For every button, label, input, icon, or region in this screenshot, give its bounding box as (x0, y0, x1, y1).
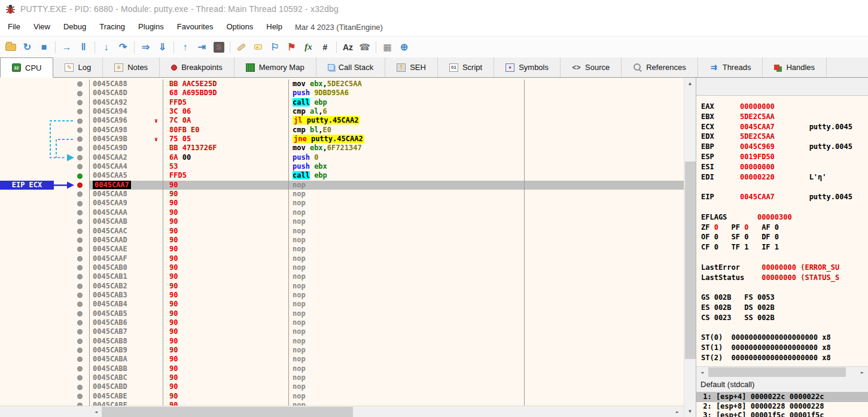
gutter-dot[interactable] (77, 293, 83, 298)
gutter-dot[interactable] (77, 146, 83, 151)
disasm-row[interactable]: 0045CAB390nop (0, 291, 684, 300)
calculator-icon[interactable]: ▦ (379, 39, 395, 55)
menu-file[interactable]: File (1, 18, 27, 36)
gutter-dot[interactable] (77, 118, 83, 124)
gutter-dot[interactable] (77, 284, 83, 289)
breakpoint-gutter[interactable] (71, 382, 90, 391)
gutter-dot[interactable] (77, 201, 83, 206)
run-icon[interactable]: → (59, 39, 75, 55)
breakpoint-gutter[interactable] (71, 153, 90, 162)
breakpoint-gutter[interactable] (71, 236, 90, 245)
gutter-dot[interactable] (77, 109, 83, 114)
tab-threads[interactable]: ⇉Threads (698, 57, 763, 77)
scroll-thumb[interactable] (685, 162, 696, 359)
disasm-row[interactable]: 0045CA9B∨75 05jne putty.45CAA2 (0, 135, 684, 144)
tab-source[interactable]: <>Source (561, 57, 622, 77)
gutter-dot[interactable] (77, 91, 83, 96)
menu-debug[interactable]: Debug (57, 18, 93, 36)
register-line[interactable]: LastStatus 00000000 (STATUS_S (701, 273, 868, 283)
run-to-user-code-icon[interactable]: ⇒ (138, 39, 154, 55)
register-line[interactable]: EDX 5DE2C5AA (701, 132, 868, 142)
tab-seh[interactable]: !SEH (385, 57, 438, 77)
breakpoint-gutter[interactable] (71, 272, 90, 281)
breakpoint-gutter[interactable] (71, 227, 90, 236)
step-out-icon[interactable]: ↑ (177, 39, 193, 55)
disasm-row[interactable]: 0045CAA890nop (0, 190, 684, 199)
disasm-row[interactable]: 0045CAAA90nop (0, 208, 684, 217)
disasm-row[interactable]: 0045CABB90nop (0, 364, 684, 373)
disasm-row[interactable]: 0045CAAC90nop (0, 227, 684, 236)
breakpoint-gutter[interactable] (71, 208, 90, 217)
breakpoint-gutter[interactable] (71, 126, 90, 135)
disasm-row[interactable]: 0045CAA990nop (0, 199, 684, 208)
disasm-row[interactable]: 0045CAAE90nop (0, 245, 684, 254)
gutter-dot[interactable] (77, 385, 83, 390)
gutter-dot[interactable] (77, 229, 83, 234)
register-line[interactable]: ZF 0 PF 0 AF 0 (701, 223, 868, 233)
breakpoint-gutter[interactable] (71, 291, 90, 300)
breakpoint-gutter[interactable] (71, 199, 90, 208)
gutter-dot[interactable] (77, 366, 83, 372)
scroll-left-button[interactable]: ◄ (91, 407, 101, 417)
stop-debugging-icon[interactable]: ■ (36, 39, 52, 55)
disasm-row[interactable]: 0045CAB090nop (0, 263, 684, 272)
globe-icon[interactable]: ⊕ (396, 39, 412, 55)
register-line[interactable]: OF 0 SF 0 DF 0 (701, 232, 868, 242)
scroll-up-button[interactable]: ▲ (685, 78, 695, 89)
tab-memory-map[interactable]: Memory Map (234, 57, 316, 77)
argument-row[interactable]: 3: [esp+C] 00001f5c 00001f5c (696, 411, 868, 417)
gutter-dot[interactable] (77, 81, 83, 87)
menu-tracing[interactable]: Tracing (93, 18, 132, 36)
register-line[interactable]: ES 002B DS 002B (701, 303, 868, 313)
breakpoint-gutter[interactable] (71, 282, 90, 291)
breakpoint-gutter[interactable] (71, 318, 90, 327)
register-line[interactable]: EDI 00000220 L'η' (701, 172, 868, 182)
breakpoint-gutter[interactable] (71, 171, 90, 180)
disasm-row[interactable]: 0045CAB590nop (0, 309, 684, 318)
disasm-row[interactable]: 0045CABF90nop (0, 401, 684, 406)
menu-view[interactable]: View (27, 18, 57, 36)
functions-icon[interactable]: fx (300, 39, 316, 55)
gutter-dot[interactable] (77, 320, 83, 325)
gutter-dot[interactable] (77, 329, 83, 334)
breakpoint-gutter[interactable] (71, 364, 90, 373)
disasm-row[interactable]: 0045CAA790nop (0, 181, 684, 190)
tab-references[interactable]: References (622, 57, 698, 77)
disasm-row[interactable]: 0045CA9880FB E0cmp bl,E0 (0, 126, 684, 135)
breakpoint-gutter[interactable] (71, 181, 90, 190)
tab-script[interactable]: 01Script (438, 57, 494, 77)
register-line[interactable]: EBP 0045C969 putty.0045 (701, 142, 868, 152)
disasm-vertical-scrollbar[interactable]: ▲ ▼ (684, 78, 696, 417)
breakpoint-gutter[interactable] (71, 346, 90, 355)
execute-till-return-icon[interactable]: ⇓ (154, 39, 170, 55)
breakpoint-gutter[interactable] (71, 254, 90, 263)
softbp-dot[interactable] (77, 174, 83, 179)
breakpoint-gutter[interactable] (71, 263, 90, 272)
breakpoint-gutter[interactable] (71, 162, 90, 171)
breakpoint-gutter[interactable] (71, 135, 90, 144)
tab-call-stack[interactable]: Call Stack (316, 57, 386, 77)
register-line[interactable]: ST(2) 00000000000000000000 x8 (701, 353, 868, 363)
breakpoint-gutter[interactable] (71, 80, 90, 89)
gutter-dot[interactable] (77, 348, 83, 353)
breakpoint-gutter[interactable] (71, 107, 90, 116)
gutter-dot[interactable] (77, 256, 83, 261)
disasm-row[interactable]: 0045CAAB90nop (0, 217, 684, 226)
breakpoint-gutter[interactable] (71, 89, 90, 98)
patches-icon[interactable] (233, 39, 249, 55)
menu-favourites[interactable]: Favourites (170, 18, 220, 36)
gutter-dot[interactable] (77, 155, 83, 160)
disasm-row[interactable]: 0045CAB490nop (0, 300, 684, 309)
breakpoint-gutter[interactable] (71, 116, 90, 125)
disasm-row[interactable]: 0045CAB290nop (0, 282, 684, 291)
register-line[interactable]: EAX 00000000 (701, 102, 868, 112)
breakpoint-gutter[interactable] (71, 144, 90, 153)
gutter-dot[interactable] (77, 127, 83, 133)
disasm-row[interactable]: 0045CAA453push ebx (0, 162, 684, 171)
register-line[interactable]: GS 002B FS 0053 (701, 293, 868, 303)
step-into-icon[interactable]: ↓ (98, 39, 114, 55)
gutter-dot[interactable] (77, 394, 83, 399)
bookmarks-icon[interactable]: ⚑ (284, 39, 300, 55)
calling-convention-select[interactable]: Default (stdcall) (696, 377, 868, 392)
crc-hash-icon[interactable]: # (317, 39, 333, 55)
